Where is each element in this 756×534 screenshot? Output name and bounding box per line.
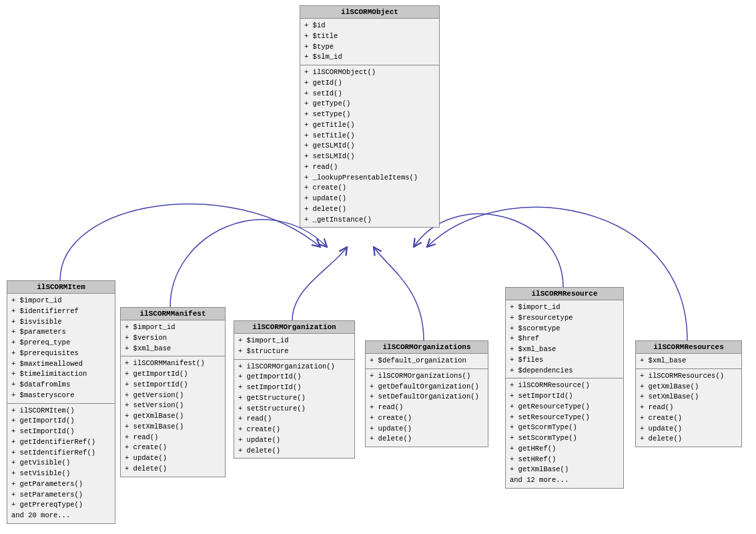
class-ilscormorganizations: ilSCORMOrganizations + $default_organiza… — [365, 340, 488, 447]
class-header-ilscormresource: ilSCORMResource — [506, 288, 623, 300]
class-ilscormmanifest: ilSCORMManifest + $import_id + $version … — [120, 307, 226, 477]
attributes-ilscormorganizations: + $default_organization — [366, 354, 488, 369]
class-ilscormitem: ilSCORMItem + $import_id + $identifierre… — [7, 280, 115, 524]
methods-ilscormitem: + ilSCORMItem() + getImportId() + setImp… — [7, 404, 115, 523]
class-ilscormorganization: ilSCORMOrganization + $import_id + $stru… — [234, 320, 355, 459]
attributes-ilscormitem: + $import_id + $identifierref + $isvisib… — [7, 294, 115, 404]
class-header-ilscormobject: ilSCORMObject — [300, 6, 439, 19]
methods-ilscormresources: + ilSCORMResources() + getXmlBase() + se… — [636, 369, 741, 447]
class-ilscormresource: ilSCORMResource + $import_id + $resource… — [505, 287, 624, 489]
uml-diagram: ilSCORMObject + $id + $title + $type + $… — [0, 0, 756, 534]
attributes-ilscormmanifest: + $import_id + $version + $xml_base — [121, 320, 225, 356]
class-header-ilscormorganizations: ilSCORMOrganizations — [366, 341, 488, 354]
methods-ilscormresource: + ilSCORMResource() + setImportId() + ge… — [506, 378, 623, 488]
attributes-ilscormresource: + $import_id + $resourcetype + $scormtyp… — [506, 300, 623, 378]
attributes-ilscormresources: + $xml_base — [636, 354, 741, 369]
class-header-ilscormresources: ilSCORMResources — [636, 341, 741, 354]
class-header-ilscormorganization: ilSCORMOrganization — [234, 321, 354, 334]
methods-ilscormmanifest: + ilSCORMManifest() + getImportId() + se… — [121, 356, 225, 476]
class-ilscormobject: ilSCORMObject + $id + $title + $type + $… — [300, 5, 440, 228]
attributes-ilscormorganization: + $import_id + $structure — [234, 334, 354, 360]
methods-ilscormobject: + ilSCORMObject() + getId() + setId() + … — [300, 65, 439, 227]
class-header-ilscormitem: ilSCORMItem — [7, 281, 115, 294]
class-header-ilscormmanifest: ilSCORMManifest — [121, 308, 225, 320]
methods-ilscormorganizations: + ilSCORMOrganizations() + getDefaultOrg… — [366, 369, 488, 447]
attributes-ilscormobject: + $id + $title + $type + $slm_id — [300, 19, 439, 65]
methods-ilscormorganization: + ilSCORMOrganization() + getImportId() … — [234, 360, 354, 459]
class-ilscormresources: ilSCORMResources + $xml_base + ilSCORMRe… — [635, 340, 742, 447]
